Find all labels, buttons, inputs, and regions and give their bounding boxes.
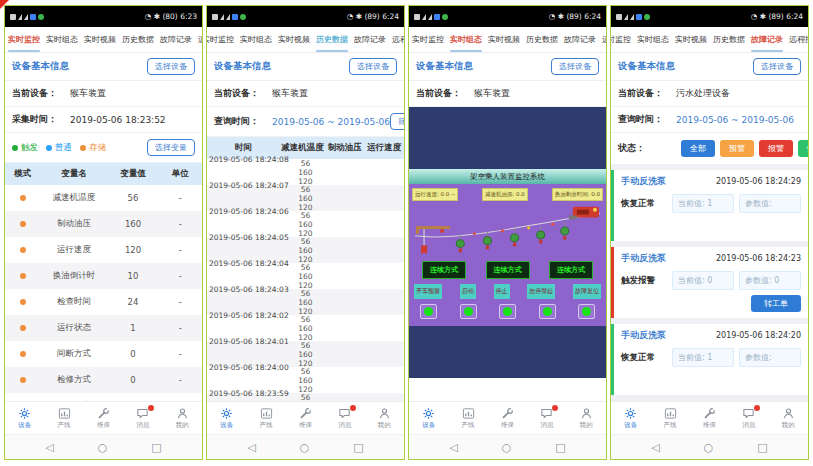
filter-all-button[interactable]: 全部	[681, 140, 715, 157]
phone-screen-realtime-monitor: ◔ ✱ (80) 6:23 实时监控 实时组态 实时视频 历史数据 故障记录 远…	[4, 5, 203, 460]
filter-button[interactable]: 筛选	[390, 113, 404, 130]
select-device-button[interactable]: 选择设备	[349, 58, 397, 75]
row-temp: 56	[207, 289, 404, 298]
filter-alarm-button[interactable]: 报警	[759, 140, 793, 157]
android-recent-button[interactable]: □	[151, 442, 161, 453]
nav-line-label: 产线	[260, 421, 273, 430]
select-device-button[interactable]: 选择设备	[551, 58, 599, 75]
estop-release-button[interactable]: 急停禁起	[527, 284, 555, 299]
tab-realtime-config[interactable]: 实时组态	[447, 27, 485, 52]
tab-remote-control[interactable]: 远程控制	[195, 27, 202, 52]
android-recent-button[interactable]: □	[757, 442, 767, 453]
nav-message[interactable]: 消息	[123, 402, 162, 434]
nav-device[interactable]: 设备	[409, 402, 448, 434]
tab-history-data[interactable]: 历史数据	[119, 27, 157, 52]
nav-message[interactable]: 消息	[729, 402, 768, 434]
tab-realtime-config[interactable]: 实时组态	[237, 27, 275, 52]
tab-realtime-monitor[interactable]: 实时监控	[207, 27, 237, 52]
android-back-button[interactable]: ◁	[449, 442, 457, 453]
tab-fault-record[interactable]: 故障记录	[561, 27, 599, 52]
android-home-button[interactable]: ○	[300, 442, 310, 453]
record-param-value: 参数值:	[739, 194, 801, 213]
tab-history-data[interactable]: 历史数据	[523, 27, 561, 52]
nav-mine[interactable]: 我的	[769, 402, 808, 434]
nav-device[interactable]: 设备	[5, 402, 44, 434]
tab-realtime-config[interactable]: 实时组态	[43, 27, 81, 52]
select-variable-button[interactable]: 选择变量	[147, 139, 195, 156]
mode-button[interactable]: 连续方式	[486, 261, 530, 279]
fault-record-card[interactable]: 手动反洗泵 2019-05-06 18:24:29 恢复正常 当前值: 1 参数…	[611, 170, 808, 241]
wrench-icon	[501, 407, 514, 420]
start-warning-button[interactable]: 开车预警	[414, 284, 442, 299]
mode-button[interactable]: 连续方式	[422, 261, 466, 279]
nav-production-line[interactable]: 产线	[44, 402, 83, 434]
record-body: 恢复正常 当前值: 1 参数值:	[621, 194, 801, 213]
start-button[interactable]: 启动	[460, 284, 476, 299]
store-radio-icon[interactable]	[80, 145, 86, 151]
indicator-lamp[interactable]	[539, 304, 556, 319]
to-work-order-button[interactable]: 转工单	[751, 295, 801, 312]
nav-device[interactable]: 设备	[611, 402, 650, 434]
tab-realtime-video[interactable]: 实时视频	[81, 27, 119, 52]
nav-message[interactable]: 消息	[527, 402, 566, 434]
indicator-lamp[interactable]	[578, 304, 595, 319]
stop-button[interactable]: 停止	[494, 284, 510, 299]
filter-recover-button[interactable]: 恢复	[798, 140, 808, 157]
indicator-lamp[interactable]	[499, 304, 516, 319]
fault-record-card[interactable]: 手动反洗泵 2019-05-06 18:24:23 触发报警 当前值: 0 参数…	[611, 247, 808, 318]
nav-mine[interactable]: 我的	[365, 402, 404, 434]
tab-fault-record[interactable]: 故障记录	[157, 27, 195, 52]
tab-remote-control[interactable]: 远程控制	[389, 27, 404, 52]
tab-remote-control[interactable]: 远程控制	[599, 27, 606, 52]
filter-warning-button[interactable]: 预警	[720, 140, 754, 157]
mode-button[interactable]: 连续方式	[549, 261, 593, 279]
record-param-value: 参数值:	[739, 348, 801, 367]
tab-fault-record[interactable]: 故障记录	[748, 27, 786, 52]
select-device-button[interactable]: 选择设备	[753, 58, 801, 75]
query-time-value[interactable]: 2019-05-06 ~ 2019-05-06	[676, 115, 794, 125]
nav-line-label: 产线	[58, 421, 71, 430]
android-back-button[interactable]: ◁	[247, 442, 255, 453]
table-row: 运行状态1-	[5, 315, 202, 341]
indicator-lamp[interactable]	[460, 304, 477, 319]
nav-maintenance[interactable]: 维保	[84, 402, 123, 434]
tab-history-data[interactable]: 历史数据	[710, 27, 748, 52]
scada-equipment-graphic	[412, 201, 603, 259]
tab-realtime-monitor[interactable]: 实时监控	[611, 27, 634, 52]
nav-mine[interactable]: 我的	[567, 402, 606, 434]
fault-record-card[interactable]: 手动反洗泵 2019-05-06 18:24:20 恢复正常 当前值: 1 参数…	[611, 324, 808, 395]
nav-maintenance[interactable]: 维保	[690, 402, 729, 434]
android-back-button[interactable]: ◁	[651, 442, 659, 453]
tab-realtime-monitor[interactable]: 实时监控	[5, 27, 43, 52]
nav-production-line[interactable]: 产线	[650, 402, 689, 434]
tab-realtime-video[interactable]: 实时视频	[485, 27, 523, 52]
android-back-button[interactable]: ◁	[45, 442, 53, 453]
tab-realtime-monitor[interactable]: 实时监控	[409, 27, 447, 52]
tab-realtime-video[interactable]: 实时视频	[275, 27, 313, 52]
android-recent-button[interactable]: □	[353, 442, 363, 453]
nav-device[interactable]: 设备	[207, 402, 246, 434]
tab-fault-record[interactable]: 故障记录	[351, 27, 389, 52]
android-home-button[interactable]: ○	[502, 442, 512, 453]
bottom-nav: 设备 产线 维保 消息 我的	[5, 401, 202, 434]
nav-production-line[interactable]: 产线	[246, 402, 285, 434]
fault-reset-button[interactable]: 故障复位	[573, 284, 601, 299]
indicator-lamp[interactable]	[420, 304, 437, 319]
nav-maintenance[interactable]: 维保	[286, 402, 325, 434]
android-home-button[interactable]: ○	[704, 442, 714, 453]
select-device-button[interactable]: 选择设备	[147, 58, 195, 75]
android-recent-button[interactable]: □	[555, 442, 565, 453]
trigger-radio-icon[interactable]	[12, 145, 18, 151]
tab-realtime-video[interactable]: 实时视频	[672, 27, 710, 52]
nav-message[interactable]: 消息	[325, 402, 364, 434]
nav-mine[interactable]: 我的	[163, 402, 202, 434]
tab-realtime-config[interactable]: 实时组态	[634, 27, 672, 52]
normal-radio-icon[interactable]	[46, 145, 52, 151]
android-home-button[interactable]: ○	[98, 442, 108, 453]
scada-indicators	[412, 304, 603, 319]
query-time-value[interactable]: 2019-05-06 ~ 2019-05-06	[272, 117, 390, 127]
nav-production-line[interactable]: 产线	[448, 402, 487, 434]
tab-remote-control[interactable]: 远程控制	[786, 27, 808, 52]
nav-maintenance[interactable]: 维保	[488, 402, 527, 434]
tab-history-data[interactable]: 历史数据	[313, 27, 351, 52]
